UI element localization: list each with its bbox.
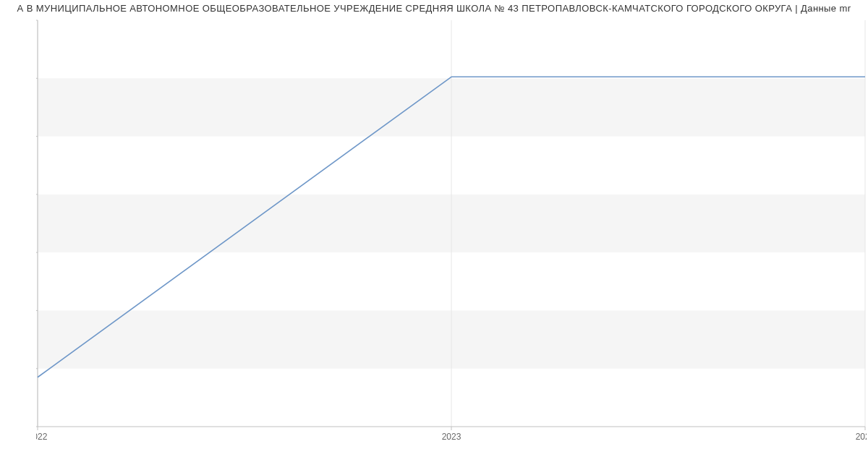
chart-svg: 3800040000420004400046000480005000052000… — [36, 17, 867, 444]
x-axis-tick-label: 2022 — [36, 432, 48, 442]
chart-title: А В МУНИЦИПАЛЬНОЕ АВТОНОМНОЕ ОБЩЕОБРАЗОВ… — [0, 0, 868, 14]
x-axis-tick-label: 2023 — [442, 432, 461, 442]
chart-plot-area: 3800040000420004400046000480005000052000… — [36, 17, 867, 444]
x-axis-tick-label: 2024 — [856, 432, 867, 442]
